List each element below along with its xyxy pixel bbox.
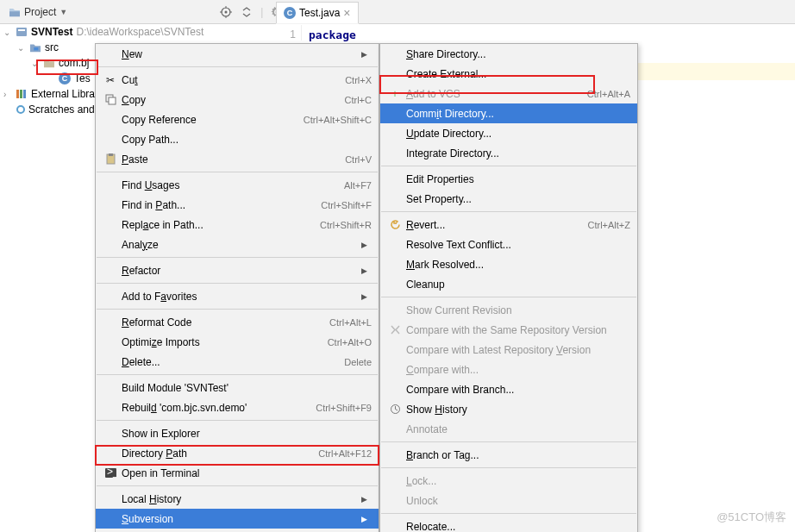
tab-filename: Test.java [299, 7, 340, 19]
menu-mark-resolved[interactable]: Mark Resolved... [380, 254, 637, 274]
svg-rect-10 [16, 90, 19, 98]
project-icon [9, 7, 21, 17]
tree-src-label: src [45, 41, 59, 53]
tree-scratches-label: Scratches and [28, 103, 95, 116]
menu-find-usages[interactable]: Find UsagesAlt+F7 [96, 175, 379, 195]
scratches-icon [16, 105, 25, 114]
menu-copy-reference[interactable]: Copy ReferenceCtrl+Alt+Shift+C [96, 110, 379, 129]
code-area[interactable]: package [309, 25, 356, 41]
tree-root-name: SVNTest [31, 26, 72, 38]
menu-build-module[interactable]: Build Module 'SVNTest' [96, 378, 379, 397]
expand-icon[interactable]: ⌄ [31, 59, 40, 68]
menu-branch-or-tag[interactable]: Branch or Tag... [380, 445, 637, 465]
paste-icon [103, 153, 118, 165]
copy-icon [103, 94, 118, 105]
svg-rect-8 [18, 29, 25, 31]
menu-lock: Lock... [380, 471, 637, 491]
revert-icon [387, 219, 403, 230]
expand-all-icon[interactable] [240, 5, 254, 19]
svg-rect-9 [34, 47, 38, 50]
menu-delete[interactable]: Delete...Delete [96, 352, 379, 372]
watermark: @51CTO博客 [717, 510, 786, 525]
project-dropdown[interactable]: Project ▼ [3, 4, 72, 20]
menu-show-explorer[interactable]: Show in Explorer [96, 423, 379, 443]
line-number: 1 [290, 28, 296, 41]
file-tab-test[interactable]: C Test.java × [276, 2, 359, 23]
expand-icon[interactable]: ⌄ [17, 43, 26, 53]
menu-show-history[interactable]: Show History [380, 399, 637, 419]
svg-rect-12 [23, 90, 26, 98]
svg-rect-11 [20, 90, 22, 98]
menu-compare-with-rev: Compare with... [380, 360, 637, 379]
context-menu-subversion: Share Directory... Create External... +A… [379, 43, 638, 532]
svg-text:>_: >_ [107, 468, 116, 478]
tree-file-label: Tes [74, 72, 91, 84]
menu-compare-latest-repo: Compare with Latest Repository Version [380, 340, 637, 360]
menu-find-in-path[interactable]: Find in Path...Ctrl+Shift+F [96, 195, 379, 215]
menu-share-directory[interactable]: Share Directory... [380, 44, 637, 64]
menu-reformat-code[interactable]: Reformat CodeCtrl+Alt+L [96, 312, 379, 332]
tree-ext-lib-label: External Libra [31, 88, 95, 100]
menu-edit-properties[interactable]: Edit Properties [380, 169, 637, 189]
tree-root[interactable]: ⌄ SVNTest D:\ideaWorkspace\SVNTest [0, 24, 276, 40]
code-keyword: package [309, 28, 356, 41]
svg-point-1 [225, 10, 228, 13]
menu-reload-from-disk[interactable]: Reload from Disk [96, 529, 379, 532]
add-icon: + [387, 88, 403, 100]
menu-unlock: Unlock [380, 491, 637, 510]
menu-annotate: Annotate [380, 419, 637, 439]
menu-refactor[interactable]: Refactor▶ [96, 260, 379, 280]
menu-relocate[interactable]: Relocate... [380, 516, 637, 532]
menu-rebuild[interactable]: Rebuild 'com.bjc.svn.demo'Ctrl+Shift+F9 [96, 397, 379, 417]
menu-optimize-imports[interactable]: Optimize ImportsCtrl+Alt+O [96, 332, 379, 352]
line-gutter: 1 [276, 25, 302, 41]
expand-icon[interactable]: › [3, 90, 12, 99]
source-folder-icon [29, 42, 41, 53]
menu-cut[interactable]: ✂CutCtrl+X [96, 70, 379, 90]
module-icon [16, 26, 28, 38]
history-icon [387, 404, 403, 415]
cut-icon: ✂ [103, 74, 118, 86]
menu-resolve-conflict[interactable]: Resolve Text Conflict... [380, 235, 637, 254]
menu-paste[interactable]: PasteCtrl+V [96, 149, 379, 169]
library-icon [16, 89, 28, 99]
package-icon [43, 58, 55, 68]
terminal-icon: >_ [103, 468, 118, 478]
menu-replace-in-path[interactable]: Replace in Path...Ctrl+Shift+R [96, 215, 379, 235]
menu-directory-path[interactable]: Directory PathCtrl+Alt+F12 [96, 443, 379, 463]
tree-root-path: D:\ideaWorkspace\SVNTest [76, 26, 203, 38]
svg-rect-14 [109, 97, 116, 104]
menu-cleanup[interactable]: Cleanup [380, 274, 637, 294]
menu-open-terminal[interactable]: >_Open in Terminal [96, 463, 379, 483]
menu-add-favorites[interactable]: Add to Favorites▶ [96, 286, 379, 306]
menu-revert[interactable]: Revert...Ctrl+Alt+Z [380, 215, 637, 235]
menu-copy-path[interactable]: Copy Path... [96, 129, 379, 149]
dropdown-arrow-icon: ▼ [59, 8, 67, 16]
diff-icon [387, 324, 403, 335]
target-icon[interactable] [219, 5, 233, 19]
context-menu-main: New▶ ✂CutCtrl+X CopyCtrl+C Copy Referenc… [95, 43, 379, 532]
menu-subversion[interactable]: Subversion▶ [96, 509, 379, 529]
project-toolbar: Project ▼ | [0, 0, 795, 24]
menu-update-directory[interactable]: Update Directory... [380, 123, 637, 143]
menu-set-property[interactable]: Set Property... [380, 189, 637, 209]
menu-show-current-revision: Show Current Revision [380, 300, 637, 320]
tab-close-icon[interactable]: × [343, 6, 350, 20]
class-icon: C [284, 7, 296, 19]
svg-rect-7 [16, 28, 27, 36]
editor-tab-bar: C Test.java × [276, 0, 359, 24]
menu-create-external[interactable]: Create External... [380, 64, 637, 84]
menu-compare-same-repo: Compare with the Same Repository Version [380, 320, 637, 340]
menu-add-to-vcs: +Add to VCSCtrl+Alt+A [380, 84, 637, 103]
menu-new[interactable]: New▶ [96, 44, 379, 64]
tree-package-label: com.bj [59, 57, 89, 69]
menu-analyze[interactable]: Analyze▶ [96, 235, 379, 254]
expand-icon[interactable]: ⌄ [3, 28, 12, 37]
menu-copy[interactable]: CopyCtrl+C [96, 90, 379, 110]
svg-rect-16 [109, 153, 113, 156]
project-label: Project [24, 6, 56, 18]
menu-integrate-directory[interactable]: Integrate Directory... [380, 143, 637, 163]
menu-local-history[interactable]: Local History▶ [96, 489, 379, 509]
menu-commit-directory[interactable]: Commit Directory... [380, 103, 637, 123]
menu-compare-with-branch[interactable]: Compare with Branch... [380, 379, 637, 399]
